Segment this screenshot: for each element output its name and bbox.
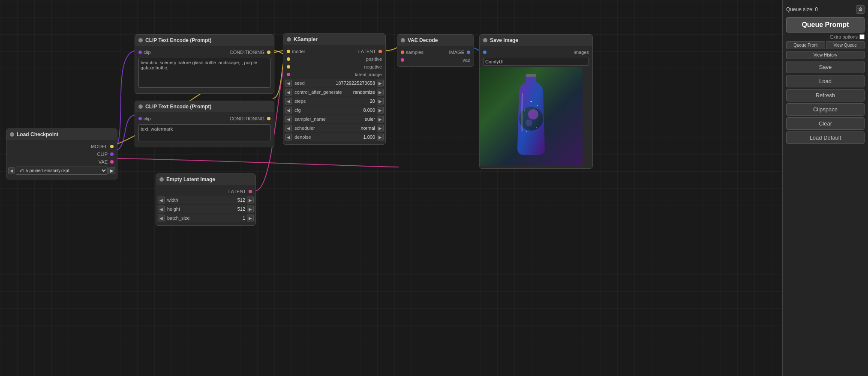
extra-options-checkbox[interactable]: [859, 34, 865, 39]
svg-point-1: [528, 109, 538, 119]
svg-point-7: [536, 127, 537, 128]
ks-negative-port: [287, 65, 290, 69]
clip-text-negative-header: CLIP Text Encode (Prompt): [135, 101, 274, 112]
settings-gear-button[interactable]: ⚙: [856, 5, 865, 14]
clip-text-negative-node: CLIP Text Encode (Prompt) clip CONDITION…: [135, 101, 274, 147]
clip-text-positive-node: CLIP Text Encode (Prompt) clip CONDITION…: [135, 34, 274, 94]
load-button[interactable]: Load: [786, 75, 865, 87]
ckpt-name-select[interactable]: v1-5-pruned-emaonly.ckpt: [16, 167, 108, 175]
ks-latent-out-label: LATENT: [358, 49, 376, 54]
scheduler-prev-btn[interactable]: ◀: [285, 125, 292, 131]
clip-neg-port-row: clip CONDITIONING: [135, 115, 274, 122]
height-next-btn[interactable]: ▶: [247, 206, 254, 212]
vae-decode-header: VAE Decode: [397, 35, 474, 46]
denoise-value: 1.000: [363, 134, 375, 140]
svg-point-2: [526, 119, 532, 126]
clip-pos-input-label: clip: [144, 50, 151, 55]
queue-prompt-button[interactable]: Queue Prompt: [786, 17, 865, 33]
clip-negative-text-input[interactable]: text, watermark: [138, 124, 270, 141]
view-history-row: View History: [786, 51, 865, 59]
ks-negative-row: negative: [283, 63, 385, 71]
save-images-port: [483, 51, 487, 54]
save-image-title: Save Image: [490, 37, 518, 43]
vae-image-out-port: [467, 51, 470, 54]
batch-value: 1: [243, 215, 245, 221]
clip-pos-output-port: [267, 51, 270, 54]
view-history-button[interactable]: View History: [786, 51, 865, 59]
control-prev-btn[interactable]: ◀: [285, 89, 292, 95]
clip-output-row: CLIP: [6, 150, 117, 158]
denoise-label: denoise: [292, 134, 363, 140]
vae-samples-row: samples IMAGE: [397, 48, 474, 56]
steps-prev-btn[interactable]: ◀: [285, 98, 292, 104]
clip-text-negative-title: CLIP Text Encode (Prompt): [145, 104, 211, 110]
clip-neg-input-port: [138, 117, 142, 120]
seed-prev-btn[interactable]: ◀: [285, 80, 292, 87]
sampler-row: ◀ sampler_name euler ▶: [283, 115, 385, 123]
scheduler-next-btn[interactable]: ▶: [377, 125, 384, 131]
scheduler-row: ◀ scheduler normal ▶: [283, 124, 385, 132]
height-row: ◀ height 512 ▶: [156, 205, 255, 213]
control-label: control_after_generate: [292, 90, 353, 95]
refresh-button[interactable]: Refresh: [786, 89, 865, 101]
cfg-row: ◀ cfg 8.000 ▶: [283, 106, 385, 114]
ks-positive-label: positive: [366, 57, 382, 62]
view-queue-button[interactable]: View Queue: [826, 41, 865, 49]
sampler-next-btn[interactable]: ▶: [377, 116, 384, 122]
vae-decode-node: VAE Decode samples IMAGE vae: [397, 34, 474, 67]
vae-decode-title: VAE Decode: [408, 37, 438, 43]
scheduler-value: normal: [360, 125, 375, 131]
vae-samples-port: [401, 51, 404, 54]
ckpt-next-btn[interactable]: ▶: [108, 167, 115, 174]
clip-text-positive-title: CLIP Text Encode (Prompt): [145, 37, 211, 43]
ckpt-prev-btn[interactable]: ◀: [8, 167, 15, 174]
vae-vae-label: vae: [463, 57, 470, 63]
batch-prev-btn[interactable]: ◀: [158, 215, 165, 221]
ks-model-label: model: [292, 49, 305, 54]
load-default-button[interactable]: Load Default: [786, 131, 865, 144]
denoise-prev-btn[interactable]: ◀: [285, 134, 292, 140]
denoise-row: ◀ denoise 1.000 ▶: [283, 133, 385, 141]
seed-row: ◀ seed 187729225270658 ▶: [283, 79, 385, 87]
ksampler-header: KSampler: [283, 34, 385, 45]
clip-output-label: CLIP: [97, 152, 108, 157]
width-prev-btn[interactable]: ◀: [158, 197, 165, 203]
clear-button[interactable]: Clear: [786, 117, 865, 130]
node-dot-save: [483, 38, 487, 42]
scheduler-label: scheduler: [292, 125, 360, 131]
save-images-label: images: [574, 50, 589, 55]
generated-image: [480, 67, 583, 166]
clipspace-button[interactable]: Clipspace: [786, 103, 865, 116]
ckpt-name-row: ◀ v1-5-pruned-emaonly.ckpt ▶: [6, 166, 117, 176]
control-value: randomize: [353, 90, 375, 95]
seed-next-btn[interactable]: ▶: [377, 80, 384, 87]
clip-neg-output-label: CONDITIONING: [230, 116, 264, 121]
cfg-next-btn[interactable]: ▶: [377, 107, 384, 113]
width-next-btn[interactable]: ▶: [247, 197, 254, 203]
sampler-prev-btn[interactable]: ◀: [285, 116, 292, 122]
latent-output-port: [249, 190, 252, 193]
queue-front-button[interactable]: Queue Front: [786, 41, 825, 49]
node-dot-neg: [138, 104, 143, 109]
cfg-value: 8.000: [363, 107, 375, 113]
ks-latent-out-port: [378, 50, 382, 53]
control-next-btn[interactable]: ▶: [377, 89, 384, 95]
filename-prefix-input[interactable]: [483, 58, 589, 66]
steps-next-btn[interactable]: ▶: [377, 98, 384, 104]
save-images-row: images: [480, 48, 592, 56]
right-panel: Queue size: 0 ⚙ Queue Prompt Extra optio…: [782, 0, 868, 376]
load-checkpoint-title: Load Checkpoint: [17, 131, 58, 137]
cfg-prev-btn[interactable]: ◀: [285, 107, 292, 113]
denoise-next-btn[interactable]: ▶: [377, 134, 384, 140]
node-dot-vae: [401, 38, 405, 42]
height-prev-btn[interactable]: ◀: [158, 206, 165, 212]
clip-positive-text-input[interactable]: beautiful scenery nature glass bottle la…: [138, 58, 270, 88]
filename-prefix-row: [480, 56, 592, 67]
cfg-label: cfg: [292, 107, 363, 113]
load-checkpoint-node: Load Checkpoint MODEL CLIP VAE ◀ v1-5-pr…: [6, 128, 117, 179]
queue-header: Queue size: 0 ⚙: [786, 3, 865, 15]
batch-next-btn[interactable]: ▶: [247, 215, 254, 221]
model-output-port: [110, 145, 114, 148]
save-button[interactable]: Save: [786, 61, 865, 73]
vae-output-port: [110, 160, 114, 164]
